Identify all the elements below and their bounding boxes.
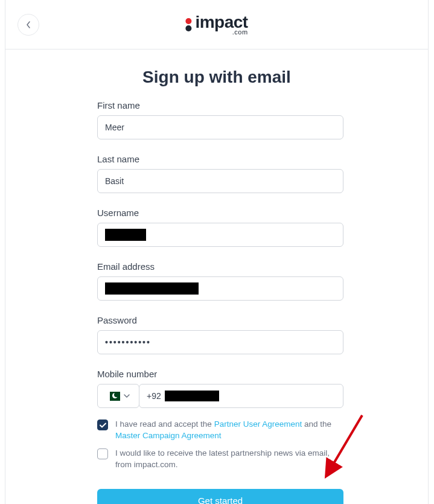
mobile-label: Mobile number (97, 369, 343, 379)
back-button[interactable] (18, 14, 39, 36)
chevron-left-icon (26, 21, 31, 28)
country-select[interactable] (97, 384, 139, 408)
last-name-input[interactable] (97, 169, 343, 193)
mobile-input[interactable]: +92 (139, 384, 343, 408)
terms-text: I have read and accept the Partner User … (115, 419, 343, 442)
last-name-label: Last name (97, 154, 343, 164)
page-title: Sign up with email (5, 68, 428, 87)
terms-checkbox[interactable] (97, 419, 108, 430)
get-started-button[interactable]: Get started (97, 489, 343, 504)
flag-icon (107, 392, 120, 401)
phone-prefix: +92 (147, 391, 161, 401)
password-label: Password (97, 315, 343, 325)
email-input[interactable] (97, 276, 343, 301)
username-input[interactable] (97, 223, 343, 247)
partner-agreement-link[interactable]: Partner User Agreement (214, 419, 302, 429)
news-text: I would like to receive the latest partn… (115, 448, 343, 471)
email-label: Email address (97, 261, 343, 272)
checkmark-icon (100, 423, 106, 428)
logo: impact .com (185, 14, 247, 36)
logo-dots-icon (185, 18, 191, 31)
master-agreement-link[interactable]: Master Campaign Agreement (115, 431, 222, 440)
first-name-label: First name (97, 100, 343, 110)
header: impact .com (5, 0, 428, 49)
chevron-down-icon (124, 394, 130, 398)
news-checkbox[interactable] (97, 448, 108, 459)
password-input[interactable] (97, 330, 343, 354)
first-name-input[interactable] (97, 115, 343, 139)
username-label: Username (97, 208, 343, 218)
